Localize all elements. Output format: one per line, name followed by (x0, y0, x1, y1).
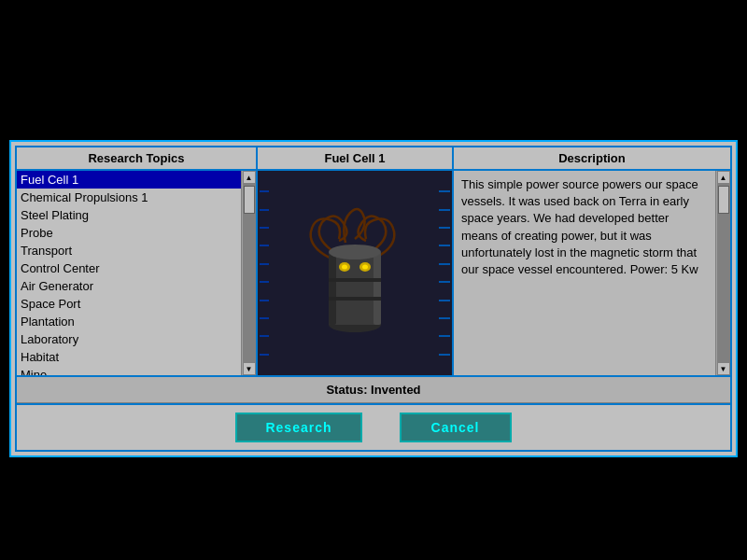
side-line (260, 300, 269, 301)
preview-area (258, 171, 452, 375)
side-line (260, 335, 269, 337)
list-item[interactable]: Transport (17, 242, 241, 259)
description-text: This simple power source powers our spac… (454, 171, 715, 375)
desc-content: This simple power source powers our spac… (454, 171, 730, 375)
preview-lines (437, 171, 452, 375)
svg-point-8 (342, 264, 347, 269)
side-line (260, 263, 269, 265)
list-item[interactable]: Probe (17, 224, 241, 242)
left-panel: Research Topics Fuel Cell 1Chemical Prop… (17, 147, 258, 375)
svg-rect-5 (329, 278, 381, 282)
preview-line (439, 317, 450, 319)
side-line (260, 190, 269, 192)
preview-line (439, 300, 450, 301)
desc-scroll-down-btn[interactable]: ▼ (717, 362, 730, 375)
list-container: Fuel Cell 1Chemical Propulsions 1Steel P… (17, 171, 256, 375)
side-line (260, 245, 269, 246)
dialog-inner: Research Topics Fuel Cell 1Chemical Prop… (15, 146, 732, 452)
svg-rect-3 (374, 252, 381, 325)
list-item[interactable]: Plantation (17, 313, 241, 330)
list-item[interactable]: Space Port (17, 295, 241, 313)
preview-line (439, 209, 450, 211)
preview-line (439, 354, 450, 356)
topics-header: Research Topics (17, 147, 256, 171)
desc-scroll-up-btn[interactable]: ▲ (717, 171, 730, 184)
svg-rect-1 (329, 252, 381, 325)
svg-point-10 (362, 264, 368, 269)
scroll-thumb[interactable] (244, 186, 255, 214)
side-line (260, 209, 269, 211)
preview-line (439, 335, 450, 337)
svg-point-4 (329, 245, 381, 259)
preview-line (439, 245, 450, 246)
buttons-row: Research Cancel (17, 403, 730, 450)
item-name-header: Fuel Cell 1 (258, 147, 452, 171)
cancel-button[interactable]: Cancel (400, 413, 512, 442)
list-item[interactable]: Laboratory (17, 330, 241, 348)
side-line (260, 354, 269, 356)
description-header: Description (454, 147, 730, 171)
desc-scroll-track (717, 184, 730, 362)
scroll-up-btn[interactable]: ▲ (243, 171, 256, 184)
side-line (260, 227, 269, 229)
list-item[interactable]: Air Generator (17, 277, 241, 295)
list-item[interactable]: Chemical Propulsions 1 (17, 189, 241, 206)
list-scrollbar: ▲ ▼ (241, 171, 256, 375)
list-item[interactable]: Control Center (17, 259, 241, 277)
desc-scroll-thumb[interactable] (718, 186, 729, 214)
side-lines (258, 171, 271, 375)
research-dialog: Research Topics Fuel Cell 1Chemical Prop… (9, 140, 738, 457)
right-panel: Description This simple power source pow… (454, 147, 730, 375)
scroll-track (243, 184, 256, 362)
list-item[interactable]: Fuel Cell 1 (17, 171, 241, 189)
list-item[interactable]: Steel Plating (17, 206, 241, 224)
desc-scrollbar: ▲ ▼ (715, 171, 730, 375)
preview-line (439, 281, 450, 283)
list-item[interactable]: Habitat (17, 348, 241, 366)
research-button[interactable]: Research (235, 413, 361, 442)
preview-line (439, 263, 450, 265)
preview-line (439, 227, 450, 229)
side-line (260, 281, 269, 283)
topics-list[interactable]: Fuel Cell 1Chemical Propulsions 1Steel P… (17, 171, 241, 375)
top-section: Research Topics Fuel Cell 1Chemical Prop… (17, 147, 730, 375)
list-item[interactable]: Mine (17, 366, 241, 375)
svg-rect-2 (329, 252, 336, 325)
scroll-down-btn[interactable]: ▼ (243, 362, 256, 375)
fuel-cell-image (303, 203, 406, 343)
preview-line (439, 190, 450, 192)
side-line (260, 317, 269, 319)
svg-rect-6 (329, 297, 381, 301)
status-bar: Status: Invented (17, 375, 730, 403)
middle-panel: Fuel Cell 1 (258, 147, 454, 375)
